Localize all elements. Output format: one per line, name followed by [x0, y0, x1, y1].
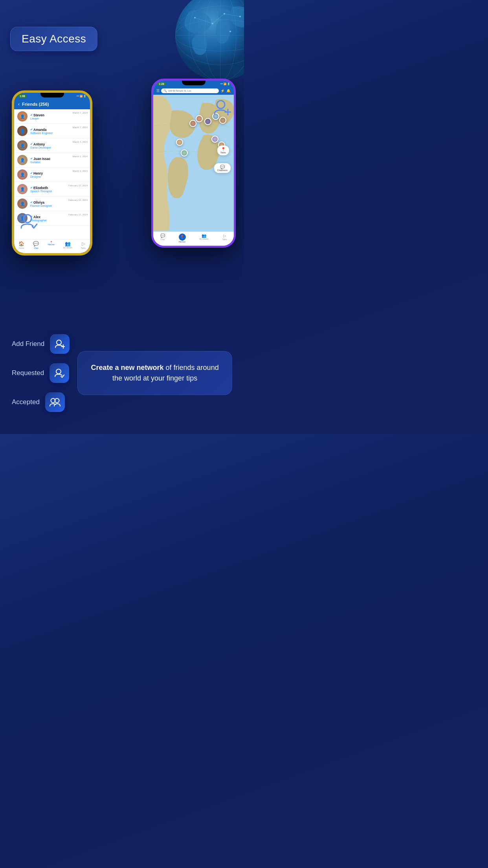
hiloover-active-icon: 📍: [179, 234, 186, 241]
right-nav-hiloover[interactable]: 📍 HiloOver: [179, 234, 186, 243]
tasks-icon: 📍: [221, 147, 226, 151]
right-phone-time: 1:28: [157, 82, 166, 86]
requested-icon-box: [50, 363, 69, 383]
accepted-row: Accepted: [12, 392, 70, 412]
phone-notch-right: [182, 81, 205, 85]
friend-item-henry[interactable]: 👤 ✔Henry Designer March 3, 2024: [14, 167, 90, 182]
accepted-icon-box: [45, 392, 65, 412]
friend-avatar-elizebeth: 👤: [17, 184, 28, 194]
accept-friend-float-icon: [20, 212, 39, 235]
svg-point-21: [57, 340, 61, 345]
friend-avatar-amanda: 👤: [17, 126, 28, 136]
friends-title: Friends (256): [22, 102, 49, 107]
right-nav-mynetwork[interactable]: 👥 My network: [200, 234, 209, 243]
right-nav-tales[interactable]: ▷ Tales: [222, 234, 227, 243]
right-nav-chat[interactable]: 💬 Chat: [160, 234, 165, 243]
svg-point-16: [217, 101, 225, 108]
requested-label: Requested: [12, 369, 44, 377]
cta-box: Create a new network of friends around t…: [77, 351, 232, 395]
friend-avatar-antony: 👤: [17, 140, 28, 151]
friend-info-elizebeth: ✔Elizebeth Speech Therapist: [30, 186, 87, 193]
requested-icon: [54, 368, 64, 378]
right-bottom-nav: 💬 Chat 📍 HiloOver 👥 My network ▷ Tales: [153, 232, 234, 246]
map-search-bar[interactable]: 🔍 199 W Temple St, Los: [161, 88, 219, 93]
chatroom-icon: 💬: [220, 165, 225, 169]
map-pin-2: [196, 115, 203, 122]
bottom-section: Add Friend Requested Acce: [0, 312, 244, 434]
verified-icon: ✔: [30, 114, 33, 117]
friend-info-steven: ✔Steven Lawyer: [30, 113, 87, 120]
friend-item-elizebeth[interactable]: 👤 ✔Elizebeth Speech Therapist February 2…: [14, 182, 90, 197]
filter-icon[interactable]: ⚡: [220, 89, 225, 93]
map-search-text: 199 W Temple St, Los: [168, 90, 191, 92]
add-friend-float-icon: [213, 98, 232, 121]
friend-item-oliviya[interactable]: 👤 ✔Oliviya Fashion Designer February 24,…: [14, 197, 90, 211]
nav-hiloover[interactable]: 📍 HiloOver: [48, 241, 55, 251]
hamburger-icon[interactable]: ☰: [156, 89, 160, 93]
accepted-icon: [50, 397, 61, 407]
friend-item-juan[interactable]: 👤 ✔Juan Issac Guitarist March 1, 2024: [14, 153, 90, 167]
nav-chat[interactable]: 💬 Chat: [33, 241, 39, 251]
cta-text: Create a new network of friends around t…: [87, 362, 222, 384]
friend-item-amanda[interactable]: 👤 ✔Amanda Software Engineer March 7, 202…: [14, 124, 90, 138]
friend-avatar-oliviya: 👤: [17, 199, 28, 209]
friend-avatar-steven: 👤: [17, 111, 28, 121]
accepted-label: Accepted: [12, 398, 40, 406]
map-pin-1: [189, 120, 196, 127]
tasks-button[interactable]: 📍 Tasks: [217, 145, 229, 155]
phone-notch-left: [40, 93, 64, 97]
back-arrow-icon[interactable]: ‹: [18, 101, 20, 107]
search-icon: 🔍: [163, 89, 167, 92]
friend-info-alex: ✔Alex Photographer: [30, 215, 87, 222]
add-friend-row: Add Friend: [12, 334, 70, 354]
easy-access-badge: Easy Access: [10, 27, 97, 51]
friend-info-antony: ✔Antony Game Developer: [30, 142, 87, 149]
friend-list: 👤 ✔Steven Lawyer March 7, 2024 👤 ✔Amanda…: [14, 109, 90, 226]
left-bottom-nav: 🏠 Home 💬 Chat 📍 HiloOver 👥 My network ▷: [14, 239, 90, 253]
requested-row: Requested: [12, 363, 70, 383]
map-pin-3: [204, 118, 211, 125]
friend-avatar-juan: 👤: [17, 155, 28, 165]
friend-info-juan: ✔Juan Issac Guitarist: [30, 157, 87, 164]
map-pin-8: [211, 136, 218, 143]
friends-header: ‹ Friends (256): [14, 99, 90, 109]
nav-mynetwork[interactable]: 👥 My network: [63, 241, 72, 251]
cta-bold-text: Create a new network: [91, 364, 164, 371]
add-friend-icon-box: [50, 334, 70, 354]
nav-home[interactable]: 🏠 Home: [18, 241, 24, 251]
feature-icons-column: Add Friend Requested Acce: [12, 334, 70, 412]
nav-tales[interactable]: ▷ Tales: [81, 241, 86, 251]
friend-info-oliviya: ✔Oliviya Fashion Designer: [30, 200, 87, 207]
svg-point-24: [56, 369, 61, 374]
left-phone-time: 1:08: [18, 94, 27, 98]
friend-avatar-henry: 👤: [17, 169, 28, 180]
easy-access-title: Easy Access: [22, 33, 86, 45]
svg-point-12: [229, 31, 231, 32]
svg-point-19: [24, 215, 31, 223]
chatroom-button[interactable]: 💬 ChatRoom: [214, 163, 231, 173]
friend-info-henry: ✔Henry Designer: [30, 171, 87, 178]
map-action-icons: ⚡ 🔔: [220, 89, 231, 93]
left-status-icons: ▪▪▪ 📶 🔋: [77, 95, 86, 97]
map-pin-6: [176, 139, 183, 146]
add-friend-label: Add Friend: [12, 340, 44, 348]
map-pin-7: [181, 149, 188, 156]
phones-showcase: 1:08 ▪▪▪ 📶 🔋 ‹ Friends (256) 👤 ✔Steven: [12, 79, 240, 299]
friend-item-antony[interactable]: 👤 ✔Antony Game Developer March 4, 2024: [14, 138, 90, 153]
add-friend-icon: [55, 339, 65, 349]
notification-icon[interactable]: 🔔: [226, 89, 231, 93]
friend-info-amanda: ✔Amanda Software Engineer: [30, 128, 87, 134]
friend-item-steven[interactable]: 👤 ✔Steven Lawyer March 7, 2024: [14, 109, 90, 124]
map-header: ☰ 🔍 199 W Temple St, Los ⚡ 🔔: [153, 87, 234, 95]
